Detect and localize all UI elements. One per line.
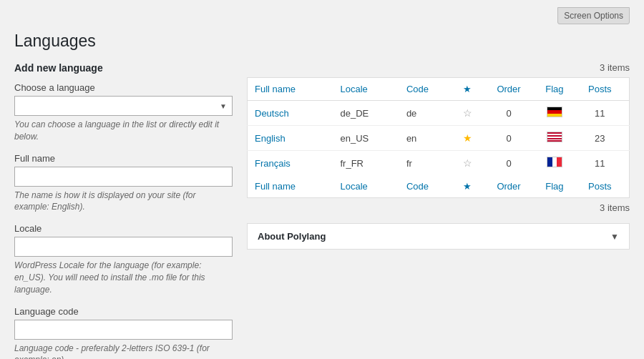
choose-language-hint: You can choose a language in the list or… [14,119,233,143]
th-star-bottom: ★ [456,175,479,198]
row-fullname[interactable]: English [248,126,333,151]
row-star[interactable]: ☆ [456,151,479,176]
th-posts-top[interactable]: Posts [570,78,629,101]
language-code-label: Language code [14,306,233,317]
row-posts: 11 [570,151,629,176]
about-chevron-icon: ▼ [610,232,619,242]
table-row: Françaisfr_FRfr☆011 [248,151,630,176]
th-fullname-bottom[interactable]: Full name [248,175,333,198]
locale-input[interactable] [14,237,233,257]
row-fullname[interactable]: Deutsch [248,101,333,126]
row-fullname[interactable]: Français [248,151,333,176]
choose-language-select[interactable] [14,96,233,116]
th-locale-bottom[interactable]: Locale [333,175,399,198]
flag-de-icon [547,107,562,117]
row-posts: 23 [570,126,629,151]
flag-fr-icon [547,157,562,167]
about-polylang-header[interactable]: About Polylang ▼ [248,224,629,249]
th-fullname-top[interactable]: Full name [248,78,333,101]
about-polylang-section: About Polylang ▼ [247,223,630,250]
th-order-bottom[interactable]: Order [479,175,538,198]
full-name-hint: The name is how it is displayed on your … [14,190,233,214]
row-locale: fr_FR [333,151,399,176]
table-row: Deutschde_DEde☆011 [248,101,630,126]
th-posts-bottom[interactable]: Posts [570,175,629,198]
th-code-top[interactable]: Code [399,78,456,101]
row-flag [538,126,570,151]
left-panel: Add new language Choose a language ▼ You… [14,62,233,359]
full-name-group: Full name The name is how it is displaye… [14,153,233,214]
add-new-language-heading: Add new language [14,62,233,74]
language-code-input[interactable] [14,320,233,340]
row-code: fr [399,151,456,176]
th-flag-top: Flag [538,78,570,101]
languages-table: Full name Locale Code ★ Order Flag Posts… [247,77,630,198]
row-flag [538,101,570,126]
choose-language-label: Choose a language [14,82,233,93]
th-locale-top[interactable]: Locale [333,78,399,101]
right-panel: 3 items Full name Locale Code ★ Order Fl… [247,62,630,359]
row-order: 0 [479,101,538,126]
choose-language-select-wrapper: ▼ [14,96,233,116]
table-row: Englishen_USen★023 [248,126,630,151]
th-order-top[interactable]: Order [479,78,538,101]
items-count-top: 3 items [247,62,630,73]
row-locale: en_US [333,126,399,151]
star-filled-icon: ★ [463,132,472,144]
full-name-input[interactable] [14,167,233,187]
page-title: Languages [14,31,630,51]
star-empty-icon: ☆ [463,157,472,169]
language-code-group: Language code Language code - preferably… [14,306,233,359]
row-code: en [399,126,456,151]
locale-hint: WordPress Locale for the language (for e… [14,260,233,295]
row-locale: de_DE [333,101,399,126]
row-flag [538,151,570,176]
screen-options-button[interactable]: Screen Options [557,7,630,24]
row-order: 0 [479,126,538,151]
choose-language-group: Choose a language ▼ You can choose a lan… [14,82,233,143]
row-star[interactable]: ★ [456,126,479,151]
th-flag-bottom: Flag [538,175,570,198]
row-order: 0 [479,151,538,176]
th-star-top: ★ [456,78,479,101]
full-name-label: Full name [14,153,233,164]
flag-en-icon [547,132,562,142]
th-code-bottom[interactable]: Code [399,175,456,198]
locale-group: Locale WordPress Locale for the language… [14,223,233,295]
about-polylang-title: About Polylang [258,231,326,242]
table-header-bottom: Full name Locale Code ★ Order Flag Posts [248,175,630,198]
star-empty-icon: ☆ [463,107,472,119]
row-code: de [399,101,456,126]
row-star[interactable]: ☆ [456,101,479,126]
locale-label: Locale [14,223,233,234]
table-header-top: Full name Locale Code ★ Order Flag Posts [248,78,630,101]
row-posts: 11 [570,101,629,126]
items-count-bottom: 3 items [247,202,630,213]
language-code-hint: Language code - preferably 2-letters ISO… [14,343,233,359]
